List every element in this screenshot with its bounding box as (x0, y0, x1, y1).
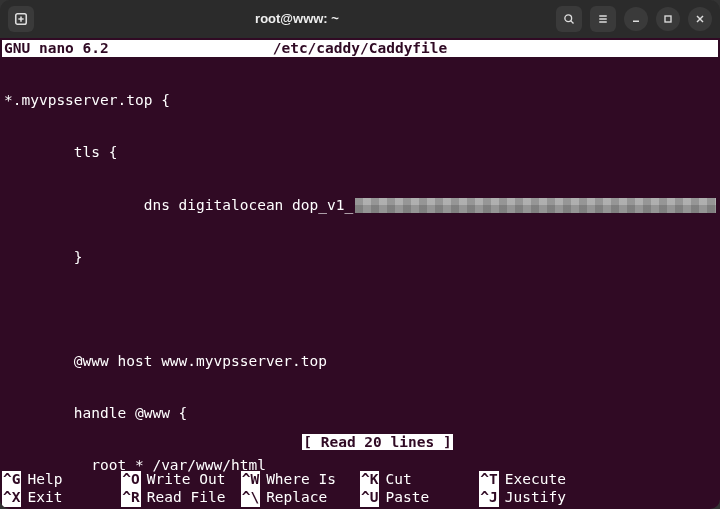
file-line: @www host www.myvpsserver.top (4, 353, 327, 370)
window-title: root@www: ~ (38, 11, 556, 27)
nano-header: GNU nano 6.2 /etc/caddy/Caddyfile (2, 40, 718, 57)
shortcut-key: ^W (241, 471, 260, 488)
terminal[interactable]: GNU nano 6.2 /etc/caddy/Caddyfile *.myvp… (0, 38, 720, 509)
shortcut-label: Cut (385, 471, 411, 488)
file-line: } (4, 249, 83, 266)
file-line: tls { (4, 144, 118, 161)
minimize-button[interactable] (624, 7, 648, 31)
menu-button[interactable] (590, 6, 616, 32)
shortcut-help: ^GHelp (2, 471, 121, 489)
shortcut-key: ^G (2, 471, 21, 488)
nano-app-name: GNU nano 6.2 (4, 40, 109, 57)
file-line: .myvpsserver.top { (13, 92, 170, 109)
svg-line-4 (571, 21, 574, 24)
shortcut-key: ^X (2, 489, 21, 506)
shortcut-key: ^R (121, 489, 140, 506)
shortcut-label: Where Is (266, 471, 336, 488)
shortcut-key: ^J (479, 489, 498, 506)
shortcut-cut: ^KCut (360, 471, 479, 489)
svg-rect-9 (665, 16, 671, 22)
redacted-token (355, 198, 716, 213)
window-titlebar: root@www: ~ (0, 0, 720, 38)
shortcut-label: Paste (385, 489, 429, 506)
titlebar-right (556, 6, 712, 32)
nano-shortcuts: ^GHelp ^OWrite Out ^WWhere Is ^KCut ^TEx… (2, 471, 718, 507)
shortcut-label: Help (27, 471, 62, 488)
search-button[interactable] (556, 6, 582, 32)
close-icon (694, 13, 706, 25)
minimize-icon (630, 13, 642, 25)
nano-status: [ Read 20 lines ] (302, 434, 452, 450)
shortcut-key: ^T (479, 471, 498, 488)
shortcut-label: Exit (27, 489, 62, 506)
hamburger-icon (597, 13, 609, 25)
search-icon (563, 13, 575, 25)
shortcut-key: ^O (121, 471, 140, 488)
shortcut-writeout: ^OWrite Out (121, 471, 240, 489)
shortcut-key: ^U (360, 489, 379, 506)
shortcut-replace: ^\Replace (241, 489, 360, 507)
shortcut-label: Justify (505, 489, 566, 506)
shortcut-label: Read File (147, 489, 226, 506)
shortcut-label: Replace (266, 489, 327, 506)
shortcut-label: Execute (505, 471, 566, 488)
shortcut-key: ^K (360, 471, 379, 488)
maximize-icon (662, 13, 674, 25)
titlebar-left (8, 6, 38, 32)
file-line: dns digitalocean dop_v1_ (4, 197, 353, 214)
shortcut-paste: ^UPaste (360, 489, 479, 507)
nano-status-line: [ Read 20 lines ] (0, 417, 720, 469)
shortcut-label: Write Out (147, 471, 226, 488)
shortcut-readfile: ^RRead File (121, 489, 240, 507)
shortcut-key: ^\ (241, 489, 260, 506)
new-tab-button[interactable] (8, 6, 34, 32)
plus-box-icon (14, 12, 28, 26)
shortcut-execute: ^TExecute (479, 471, 598, 489)
shortcut-justify: ^JJustify (479, 489, 598, 507)
close-button[interactable] (688, 7, 712, 31)
svg-point-3 (565, 15, 572, 22)
modified-marker: * (4, 92, 13, 109)
maximize-button[interactable] (656, 7, 680, 31)
shortcut-exit: ^XExit (2, 489, 121, 507)
nano-filepath: /etc/caddy/Caddyfile (273, 40, 448, 57)
shortcut-whereis: ^WWhere Is (241, 471, 360, 489)
